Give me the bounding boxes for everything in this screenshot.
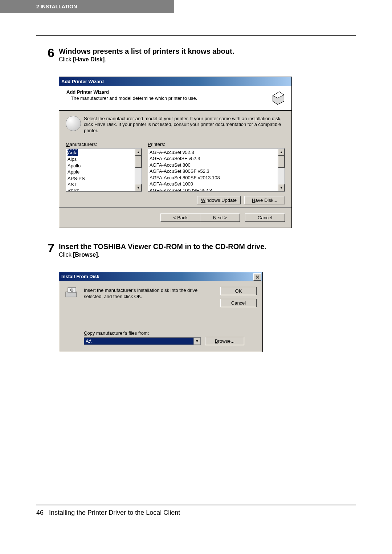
windows-update-button[interactable]: Windows Update (197, 196, 241, 204)
printer-icon (270, 89, 286, 105)
window-titlebar: Install From Disk ✕ (59, 272, 262, 281)
step-sub: Click [Browse]. (59, 252, 356, 258)
wizard-header: Add Printer Wizard The manufacturer and … (59, 86, 291, 111)
add-printer-wizard-window: Add Printer Wizard Add Printer Wizard Th… (59, 77, 292, 228)
page-footer: 46 Installing the Printer Driver to the … (0, 509, 392, 531)
step-6: 6 Windows presents a list of printers it… (36, 46, 356, 69)
list-item[interactable]: AST (67, 182, 134, 188)
page-number: 46 (36, 509, 44, 516)
window-titlebar: Add Printer Wizard (59, 77, 291, 86)
install-from-disk-dialog: Install From Disk ✕ Insert the manufactu… (59, 272, 263, 352)
step-title: Windows presents a list of printers it k… (59, 47, 356, 56)
list-item[interactable]: AGFA-AccuSetSF v52.3 (149, 155, 277, 162)
step-title: Insert the TOSHIBA Viewer CD-ROM in to t… (59, 243, 356, 251)
chapter-header: 2 INSTALLATION (0, 0, 174, 13)
top-rule (36, 35, 356, 36)
copy-from-label: Copy manufacturer's files from: (84, 330, 257, 336)
info-icon (66, 116, 81, 131)
manufacturers-label: Manufacturers: (66, 142, 142, 147)
close-icon[interactable]: ✕ (253, 273, 261, 281)
copy-from-combobox[interactable]: A:\ ▼ (84, 337, 201, 345)
footer-title: Installing the Printer Driver to the Loc… (49, 509, 180, 516)
footer-rule (36, 505, 356, 505)
list-item[interactable]: AGFA-AccuSet 800SF v2013.108 (149, 175, 277, 181)
disk-icon (65, 287, 79, 299)
list-item[interactable]: AT&T (67, 188, 134, 191)
ok-button[interactable]: OK (220, 287, 257, 295)
next-button[interactable]: Next > (200, 213, 240, 222)
wizard-head-title: Add Printer Wizard (66, 89, 267, 95)
have-disk-button[interactable]: Have Disk... (244, 196, 285, 204)
list-item[interactable]: AGFA-AccuSet 800 (149, 162, 277, 168)
printers-label: Printers: (148, 142, 285, 147)
chevron-down-icon[interactable]: ▼ (193, 338, 200, 345)
titlebar-text: Install From Disk (61, 274, 99, 279)
list-item[interactable]: AGFA-AccuSet 800SF v52.3 (149, 168, 277, 175)
wizard-head-sub: The manufacturer and model determine whi… (71, 95, 267, 101)
list-item[interactable]: Apollo (67, 163, 134, 169)
cancel-button[interactable]: Cancel (245, 213, 285, 222)
list-item[interactable]: Agfa (68, 149, 78, 156)
back-button[interactable]: < Back (160, 213, 200, 222)
cancel-button[interactable]: Cancel (220, 299, 257, 307)
svg-point-2 (70, 289, 73, 292)
list-item[interactable]: APS-PS (67, 175, 134, 182)
list-item[interactable]: AGFA-AccuSet 1000SF v52.3 (149, 187, 277, 191)
list-item[interactable]: Alps (67, 156, 134, 163)
step-7: 7 Insert the TOSHIBA Viewer CD-ROM in to… (36, 242, 356, 265)
step-number: 7 (36, 242, 59, 265)
scrollbar[interactable]: ▲ ▼ (278, 148, 285, 191)
wizard-info-text: Select the manufacturer and model of you… (84, 116, 285, 134)
list-item[interactable]: Apple (67, 169, 134, 175)
list-item[interactable]: AGFA-AccuSet 1000 (149, 181, 277, 187)
combobox-value[interactable]: A:\ (84, 338, 193, 345)
manufacturers-listbox[interactable]: Agfa Alps Apollo Apple APS-PS AST AT&T ▲… (66, 148, 142, 192)
dialog-message: Insert the manufacturer's installation d… (84, 287, 215, 300)
step-number: 6 (36, 46, 59, 69)
scrollbar[interactable]: ▲ ▼ (135, 148, 142, 191)
browse-button[interactable]: Browse... (205, 337, 244, 345)
printers-listbox[interactable]: AGFA-AccuSet v52.3 AGFA-AccuSetSF v52.3 … (148, 148, 285, 192)
step-sub: Click [Have Disk]. (59, 56, 356, 63)
list-item[interactable]: AGFA-AccuSet v52.3 (149, 149, 277, 156)
